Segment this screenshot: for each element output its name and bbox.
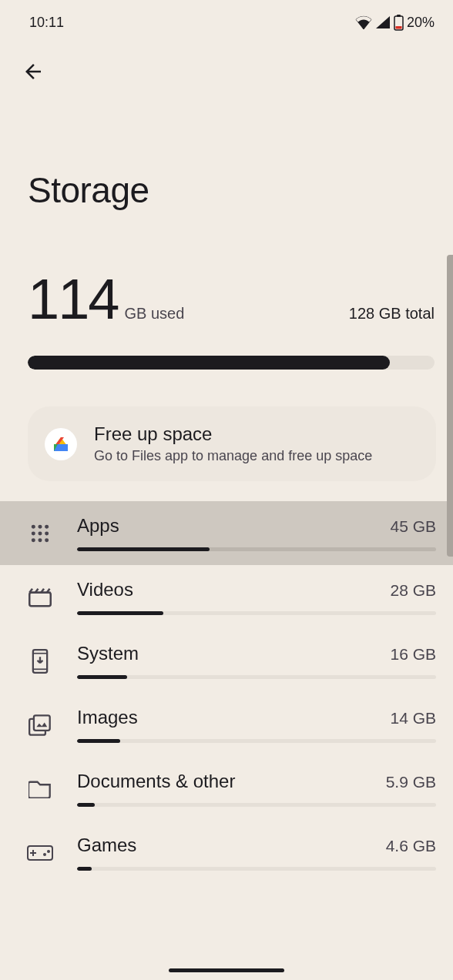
category-name: Apps [77, 515, 119, 537]
category-size: 5.9 GB [386, 773, 436, 791]
folder-icon [25, 780, 55, 798]
category-bar [77, 739, 436, 743]
back-icon[interactable] [22, 60, 45, 83]
storage-total-bar [28, 356, 435, 370]
category-bar [77, 611, 436, 615]
category-name: Games [77, 835, 136, 856]
svg-rect-16 [29, 592, 51, 606]
storage-usage: 114 GB used 128 GB total [0, 226, 453, 377]
category-system[interactable]: System16 GB [0, 629, 453, 693]
category-name: Documents & other [77, 771, 235, 792]
svg-point-25 [47, 850, 50, 853]
category-bar-fill [77, 611, 163, 615]
svg-point-15 [45, 538, 49, 542]
card-title: Free up space [94, 423, 372, 445]
status-bar: 10:11 20% [0, 0, 453, 37]
category-size: 4.6 GB [386, 837, 436, 855]
category-folder[interactable]: Documents & other5.9 GB [0, 757, 453, 821]
category-size: 45 GB [390, 517, 436, 536]
category-bar-fill [77, 547, 210, 551]
svg-point-24 [43, 853, 46, 856]
free-up-space-card[interactable]: Free up space Go to Files app to manage … [28, 406, 436, 481]
category-size: 14 GB [390, 709, 436, 727]
movie-icon [25, 587, 55, 607]
system-icon [25, 649, 55, 674]
used-unit: GB used [124, 305, 184, 323]
category-size: 28 GB [390, 581, 436, 600]
battery-icon [394, 14, 404, 31]
svg-point-12 [45, 531, 49, 535]
apps-icon [25, 523, 55, 544]
svg-point-14 [39, 538, 42, 542]
category-bar [77, 675, 436, 679]
categories-list: Apps45 GB Videos28 GB System16 GB Images… [0, 500, 453, 885]
status-time: 10:11 [29, 15, 64, 31]
svg-rect-22 [34, 715, 50, 731]
category-bar-fill [77, 867, 92, 871]
svg-point-13 [32, 538, 35, 542]
category-bar-fill [77, 739, 120, 743]
svg-point-10 [32, 531, 35, 535]
files-app-icon [45, 428, 77, 460]
category-movie[interactable]: Videos28 GB [0, 565, 453, 629]
status-right: 20% [355, 14, 435, 31]
category-name: Videos [77, 579, 133, 600]
category-name: System [77, 643, 139, 664]
category-bar [77, 803, 436, 807]
svg-rect-2 [395, 26, 401, 29]
wifi-icon [355, 15, 372, 29]
category-bar-fill [77, 803, 95, 807]
category-size: 16 GB [390, 645, 436, 664]
svg-point-7 [32, 524, 35, 528]
svg-point-9 [45, 524, 49, 528]
svg-point-11 [39, 531, 42, 535]
scrollbar[interactable] [447, 255, 453, 557]
storage-total-bar-fill [28, 356, 390, 370]
category-bar [77, 547, 436, 551]
used-value: 114 [28, 271, 118, 328]
svg-rect-1 [397, 15, 401, 17]
svg-point-8 [39, 524, 42, 528]
card-subtitle: Go to Files app to manage and free up sp… [94, 448, 372, 464]
category-games[interactable]: Games4.6 GB [0, 821, 453, 885]
nav-bar [0, 37, 453, 94]
category-bar-fill [77, 675, 127, 679]
category-apps[interactable]: Apps45 GB [0, 501, 453, 565]
images-icon [25, 714, 55, 736]
category-name: Images [77, 707, 138, 728]
games-icon [25, 845, 55, 861]
category-images[interactable]: Images14 GB [0, 693, 453, 757]
nav-handle[interactable] [169, 968, 284, 972]
page-title: Storage [0, 94, 453, 226]
cellular-icon [375, 15, 391, 29]
total-value: 128 GB total [349, 305, 435, 323]
status-battery-pct: 20% [407, 15, 435, 31]
category-bar [77, 867, 436, 871]
